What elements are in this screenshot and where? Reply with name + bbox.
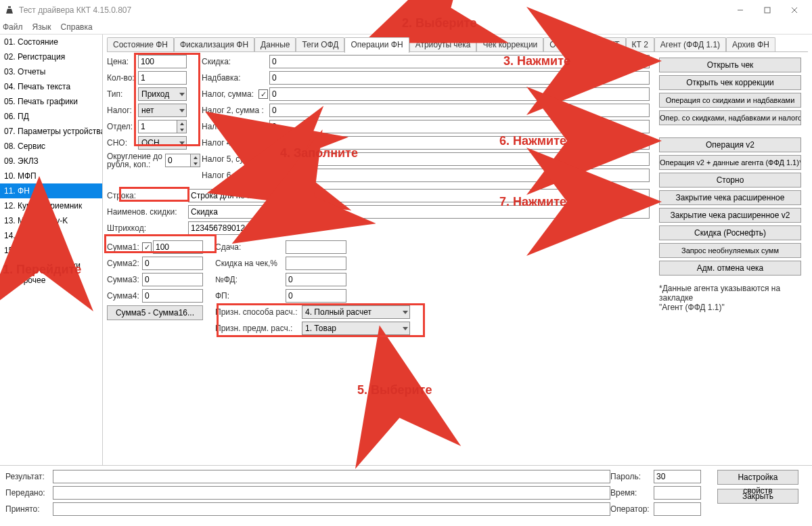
dept-spinner[interactable] [138,120,187,133]
paysubj-select[interactable]: 1. Товар [302,322,410,335]
operator-input[interactable] [654,502,701,516]
tax5-input[interactable] [269,152,650,166]
sum2-input[interactable] [142,257,203,270]
sidebar-item[interactable]: 03. Отчеты [0,64,102,79]
tax6-input[interactable] [269,169,650,182]
spinner-up-icon[interactable] [190,154,200,160]
round-spinner[interactable] [165,154,200,167]
sidebar-item[interactable]: 01. Состояние [0,35,102,49]
time-label: Время: [610,488,654,498]
tax2-input[interactable] [269,104,650,117]
spinner-up-icon[interactable] [177,120,186,127]
sum5-16-button[interactable]: Сумма5 - Сумма16... [107,305,203,320]
sum3-input[interactable] [142,273,203,286]
sno-select[interactable]: ОСН [138,136,187,150]
open-correction-button[interactable]: Открыть чек коррекции [659,75,801,90]
spinner-down-icon[interactable] [177,127,186,133]
password-input[interactable] [654,470,701,483]
op-discount-tax-button[interactable]: Опер. со скидками, надбавками и налогом [659,110,801,125]
received-input[interactable] [53,502,610,516]
tax3-input[interactable] [269,120,650,133]
chevron-down-icon [179,141,185,145]
sent-input[interactable] [53,486,610,500]
sidebar-item[interactable]: 14. Модем [0,228,102,243]
price-label: Цена: [107,57,138,66]
close-button[interactable]: Закрыть [717,489,798,504]
cheqdisc-input[interactable] [286,257,346,270]
close-window-button[interactable] [781,0,808,20]
admin-cancel-button[interactable]: Адм. отмена чека [659,261,801,276]
tab[interactable]: Чек коррекции [476,37,543,51]
string-input[interactable] [188,189,650,202]
settings-button[interactable]: Настройка свойств [717,470,798,485]
tab[interactable]: Теги ОФД [296,37,344,51]
tax-select[interactable]: нет [138,104,187,117]
tab[interactable]: Фискализация ФН [174,37,254,51]
taxsum-input[interactable] [269,87,650,101]
close-extended-v2-button[interactable]: Закрытие чека расширенное v2 [659,208,801,223]
sidebar-item[interactable]: 13. МастерPay-K [0,213,102,228]
sidebar-item[interactable]: 08. Сервис [0,139,102,154]
storno-button[interactable]: Сторно [659,173,801,188]
paymethod-select[interactable]: 4. Полный расчет [302,305,410,319]
sum1-input[interactable] [153,240,203,254]
discname-input[interactable] [188,205,650,219]
tab[interactable]: Операции ФН [344,37,409,53]
type-label: Тип: [107,89,138,99]
tab[interactable]: КТ [604,37,625,51]
change-input[interactable] [286,240,346,254]
sidebar-item[interactable]: 02. Регистрация [0,49,102,64]
maximize-button[interactable] [754,0,781,20]
sidebar-item[interactable]: 07. Параметры устройства [0,124,102,139]
spinner-down-icon[interactable] [190,160,200,167]
dept-input[interactable] [139,120,177,133]
sidebar-item[interactable]: 15. БД чеков [0,243,102,258]
time-input[interactable] [654,486,701,500]
nonzero-sums-button[interactable]: Запрос необнуляемых сумм [659,243,801,258]
tab[interactable]: ОФД [543,37,573,51]
menu-lang[interactable]: Язык [32,22,51,32]
sidebar-item[interactable]: 09. ЭКЛЗ [0,154,102,169]
discount-input[interactable] [269,55,650,68]
tab[interactable]: Состояние ФН [107,37,174,51]
type-select[interactable]: Приход [138,87,187,101]
sidebar-item[interactable]: 12. Купюроприемник [0,198,102,213]
operation-v2-button[interactable]: Операция v2 [659,137,801,152]
open-check-button[interactable]: Открыть чек [659,58,801,72]
taxsum-checkbox[interactable] [258,89,268,99]
sidebar-item[interactable]: 05. Печать графики [0,94,102,109]
barcode-input[interactable] [188,221,263,235]
rosneft-discount-button[interactable]: Скидка (Роснефть) [659,225,801,240]
sum1-label: Сумма1: [107,242,142,252]
sidebar-item[interactable]: 17. Прочее [0,273,102,288]
addon-input[interactable] [269,71,650,85]
sum4-input[interactable] [142,289,203,303]
qty-input[interactable] [138,71,187,85]
menu-file[interactable]: Файл [3,22,23,32]
operation-v2-agent-button[interactable]: Операция v2 + данные агента (ФФД 1.1)* [659,155,801,170]
minimize-button[interactable] [727,0,754,20]
tab[interactable]: Данные [254,37,296,51]
price-input[interactable] [138,55,187,68]
tab[interactable]: КТ 2 [626,37,654,51]
tax5-label: Налог 5, сумма : [202,154,269,164]
fdnum-input[interactable] [286,273,346,286]
sidebar-item[interactable]: 11. ФН [0,183,102,198]
round-input[interactable] [166,154,190,167]
close-extended-button[interactable]: Закрытие чека расширенное [659,190,801,205]
result-input[interactable] [53,470,610,483]
fp-input[interactable] [286,289,346,303]
tab[interactable]: РНМ [574,37,604,51]
menu-help[interactable]: Справка [61,22,93,32]
op-discount-button[interactable]: Операция со скидками и надбавками [659,93,801,108]
sum1-checkbox[interactable] [142,242,152,252]
title-bar: Тест драйвера ККТ 4.15.0.807 [0,0,812,20]
sidebar-item[interactable]: 10. МФП [0,169,102,183]
tax4-input[interactable] [269,136,650,150]
sidebar-item[interactable]: 04. Печать текста [0,79,102,94]
tab[interactable]: Атрибуты чека [409,37,477,51]
sidebar-item[interactable]: 16. Онлайн платежи [0,258,102,273]
tab[interactable]: Архив ФН [726,37,775,51]
sidebar-item[interactable]: 06. ПД [0,109,102,124]
tab[interactable]: Агент (ФФД 1.1) [654,37,726,51]
